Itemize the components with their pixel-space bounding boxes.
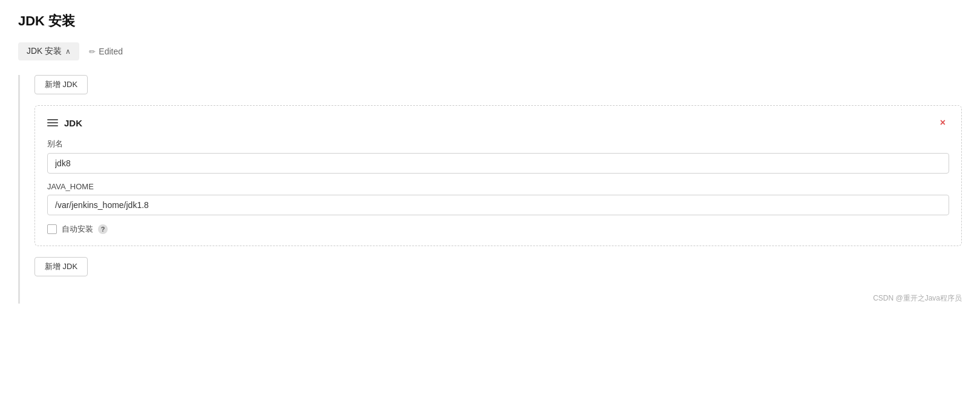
auto-install-checkbox[interactable] (47, 224, 57, 234)
jdk-card-header: JDK × (47, 117, 949, 129)
close-jdk-button[interactable]: × (936, 117, 949, 129)
breadcrumb-tab[interactable]: JDK 安装 ∧ (18, 42, 79, 60)
alias-input[interactable] (47, 153, 949, 174)
edited-badge: ✏ Edited (89, 47, 123, 56)
auto-install-row: 自动安装 ? (47, 224, 949, 235)
breadcrumb-bar: JDK 安装 ∧ ✏ Edited (18, 42, 962, 60)
add-jdk-button-top[interactable]: 新增 JDK (34, 75, 88, 94)
main-content: 新增 JDK JDK × 别名 JAVA_HOME 自动安装 ? (18, 75, 962, 304)
java-home-input[interactable] (47, 195, 949, 215)
java-home-label: JAVA_HOME (47, 182, 949, 191)
help-icon[interactable]: ? (98, 224, 108, 234)
watermark: CSDN @重开之Java程序员 (34, 293, 962, 304)
breadcrumb-tab-label: JDK 安装 (27, 46, 62, 57)
alias-label: 别名 (47, 138, 949, 149)
auto-install-label: 自动安装 (62, 224, 93, 235)
jdk-card-title: JDK (64, 118, 82, 128)
chevron-up-icon: ∧ (65, 47, 71, 56)
add-jdk-button-bottom[interactable]: 新增 JDK (34, 257, 88, 276)
edited-label: Edited (99, 47, 123, 56)
alias-field-group: 别名 (47, 138, 949, 174)
java-home-field-group: JAVA_HOME (47, 182, 949, 215)
jdk-card-title-area: JDK (47, 118, 82, 128)
drag-handle-icon[interactable] (47, 119, 58, 126)
pencil-icon: ✏ (89, 47, 96, 56)
jdk-card: JDK × 别名 JAVA_HOME 自动安装 ? (34, 105, 962, 246)
page-title: JDK 安装 (18, 12, 962, 30)
